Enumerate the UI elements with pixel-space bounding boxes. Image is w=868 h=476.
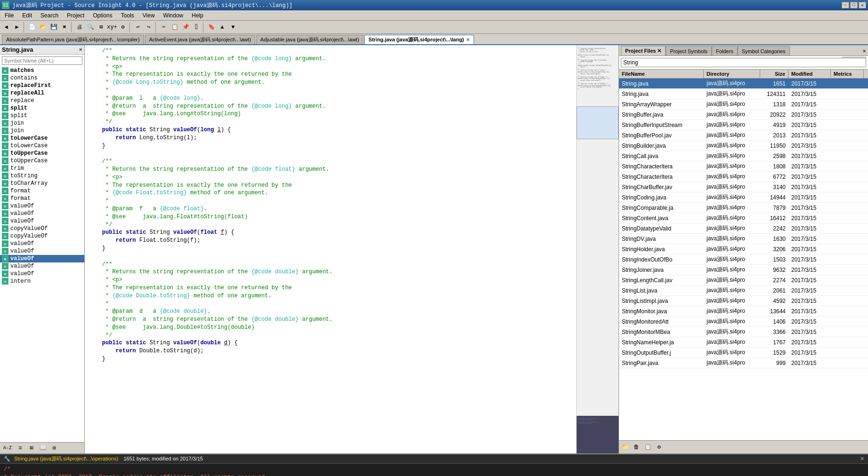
- bookmark-button[interactable]: 🔖: [206, 22, 217, 32]
- redo-button[interactable]: ↪: [144, 22, 154, 32]
- col-header-modified[interactable]: Modified: [788, 70, 831, 78]
- symbol-item[interactable]: mmatches: [0, 67, 84, 74]
- symbol-item[interactable]: mformat: [0, 187, 84, 195]
- symbol-item[interactable]: mcopyValueOf: [0, 225, 84, 232]
- symbol-item[interactable]: mjoin: [0, 127, 84, 135]
- tab-close-string[interactable]: ✕: [466, 37, 470, 42]
- menu-edit[interactable]: Edit: [18, 11, 36, 20]
- symbol-item[interactable]: mtoUpperCase: [0, 157, 84, 165]
- symbol-item[interactable]: mformat: [0, 195, 84, 202]
- table-row[interactable]: String.java java源码.si4pro 124311 2017/3/…: [619, 89, 868, 99]
- panel-close-icon[interactable]: ✕: [79, 46, 82, 53]
- code-content[interactable]: /** * Returns the string representation …: [85, 45, 619, 453]
- nav-btn2[interactable]: ▼: [228, 22, 238, 32]
- table-row[interactable]: StringHolder.java java源码.si4pro 3206 201…: [619, 244, 868, 254]
- symbol-item[interactable]: mtoString: [0, 172, 84, 180]
- col-header-metrics[interactable]: Metrics: [831, 70, 864, 78]
- table-row[interactable]: StringIndexOutOfBo java源码.si4pro 1503 20…: [619, 254, 868, 265]
- table-row[interactable]: StringCharBuffer.jav java源码.si4pro 3140 …: [619, 182, 868, 192]
- new-button[interactable]: 📄: [27, 22, 37, 32]
- table-row[interactable]: StringJoiner.java java源码.si4pro 9632 201…: [619, 265, 868, 275]
- tab-string[interactable]: String.java (java源码.si4project\...\lang)…: [364, 35, 474, 44]
- menu-tools[interactable]: Tools: [117, 11, 138, 20]
- symbol-item[interactable]: mvalueOf: [0, 240, 84, 247]
- table-row[interactable]: StringBufferInputStream java源码.si4pro 49…: [619, 120, 868, 130]
- tab-folders[interactable]: Folders: [712, 46, 738, 56]
- symbol-item[interactable]: mtrim: [0, 165, 84, 172]
- settings-button[interactable]: ⚙: [49, 443, 59, 453]
- symbol-item[interactable]: mvalueOf: [0, 270, 84, 278]
- symbol-item[interactable]: mtoLowerCase: [0, 135, 84, 142]
- table-row[interactable]: StringNameHelper.ja java源码.si4pro 1767 2…: [619, 337, 868, 348]
- symbol-item[interactable]: mtoUpperCase: [0, 150, 84, 157]
- bottom-close[interactable]: ✕: [860, 456, 864, 462]
- table-row[interactable]: StringBuilder.java java源码.si4pro 11950 2…: [619, 141, 868, 151]
- table-row[interactable]: StringComparable.ja java源码.si4pro 7879 2…: [619, 203, 868, 213]
- tab-project-symbols[interactable]: Project Symbols: [666, 46, 711, 56]
- table-row[interactable]: StringDatatypeValid java源码.si4pro 2242 2…: [619, 223, 868, 234]
- table-row[interactable]: StringMonitoredAtt java源码.si4pro 1406 20…: [619, 317, 868, 327]
- table-row[interactable]: StringMonitorMBea java源码.si4pro 3366 201…: [619, 327, 868, 337]
- symbol-item[interactable]: mtoCharArray: [0, 180, 84, 187]
- nav-btn1[interactable]: ▲: [217, 22, 227, 32]
- table-row[interactable]: String.java java源码.si4pro 1651 2017/3/15: [619, 79, 868, 89]
- menu-view[interactable]: View: [139, 11, 159, 20]
- remove-file-button[interactable]: 🗑: [631, 442, 642, 452]
- az-sort-button[interactable]: A-Z: [1, 443, 14, 453]
- symbol-item[interactable]: mreplaceAll: [0, 89, 84, 97]
- file-props-button[interactable]: 📋: [643, 442, 653, 452]
- table-row[interactable]: StringContent.java java源码.si4pro 16412 2…: [619, 213, 868, 223]
- toolbar-btn4[interactable]: xy+: [107, 22, 117, 32]
- symbol-item[interactable]: msplit: [0, 112, 84, 119]
- symbol-item[interactable]: mvalueOf: [0, 210, 84, 217]
- restore-button[interactable]: □: [850, 2, 858, 8]
- col-header-size[interactable]: Size: [760, 70, 788, 78]
- table-row[interactable]: StringListImpl.java java源码.si4pro 4592 2…: [619, 296, 868, 306]
- tab-symbol-categories[interactable]: Symbol Categories: [738, 46, 790, 56]
- table-row[interactable]: StringLengthCall.jav java源码.si4pro 2274 …: [619, 275, 868, 286]
- cut-button[interactable]: ✂: [159, 22, 169, 32]
- tab-activeevent[interactable]: ActiveEvent.java (java源码.si4project\...\…: [145, 35, 255, 44]
- tab-project-files[interactable]: Project Files ✕: [621, 46, 666, 56]
- add-file-button[interactable]: 📁: [620, 442, 630, 452]
- window-controls[interactable]: ─ □ ✕: [842, 2, 866, 8]
- symbol-item[interactable]: mvalueOf: [0, 202, 84, 210]
- format-button[interactable]: ⌷: [191, 22, 201, 32]
- table-row[interactable]: StringCharacterItera java源码.si4pro 1808 …: [619, 161, 868, 172]
- table-row[interactable]: StringCall.java java源码.si4pro 2598 2017/…: [619, 151, 868, 161]
- menu-file[interactable]: File: [1, 11, 17, 20]
- paste-button[interactable]: 📌: [180, 22, 191, 32]
- close-doc-button[interactable]: ✖: [59, 22, 70, 32]
- search-btn[interactable]: 🔍: [85, 22, 96, 32]
- symbol-item[interactable]: mcopyValueOf: [0, 232, 84, 240]
- symbol-item[interactable]: mtoLowerCase: [0, 142, 84, 150]
- symbol-search-input[interactable]: [2, 56, 82, 65]
- tab-absolutepath[interactable]: AbsolutePathPattern.java (java源码.si4proj…: [2, 35, 144, 44]
- back-button[interactable]: ◀: [1, 22, 11, 32]
- toolbar-btn3[interactable]: ⊞: [96, 22, 106, 32]
- table-row[interactable]: StringOutputBuffer.j java源码.si4pro 1529 …: [619, 348, 868, 358]
- save-button[interactable]: 💾: [48, 22, 59, 32]
- pf-settings-button[interactable]: ⚙: [654, 442, 664, 452]
- menu-options[interactable]: Options: [89, 11, 116, 20]
- symbol-item[interactable]: mreplace: [0, 97, 84, 104]
- table-row[interactable]: StringDV.java java源码.si4pro 1630 2017/3/…: [619, 234, 868, 244]
- col-header-directory[interactable]: Directory: [704, 70, 760, 78]
- symbol-item[interactable]: mreplaceFirst: [0, 82, 84, 89]
- menu-help[interactable]: Help: [188, 11, 207, 20]
- minimize-button[interactable]: ─: [842, 2, 849, 8]
- table-row[interactable]: StringList.java java源码.si4pro 2061 2017/…: [619, 286, 868, 296]
- table-row[interactable]: StringCharacterItera java源码.si4pro 6772 …: [619, 172, 868, 182]
- book-icon-button[interactable]: 📖: [38, 443, 48, 453]
- symbol-item[interactable]: mvalueOf: [0, 262, 84, 270]
- tab-adjustable[interactable]: Adjustable.java (java源码.si4project\...\a…: [256, 35, 363, 44]
- grid-view-button[interactable]: ⊞: [26, 443, 37, 453]
- menu-project[interactable]: Project: [63, 11, 88, 20]
- table-row[interactable]: StringMonitor.java java源码.si4pro 13644 2…: [619, 306, 868, 317]
- menu-window[interactable]: Window: [160, 11, 187, 20]
- project-files-search-input[interactable]: [621, 58, 866, 67]
- symbol-item[interactable]: mjoin: [0, 119, 84, 127]
- symbol-item[interactable]: msplit: [0, 104, 84, 112]
- table-row[interactable]: StringArrayWrapper java源码.si4pro 1318 20…: [619, 99, 868, 110]
- close-button[interactable]: ✕: [859, 2, 866, 8]
